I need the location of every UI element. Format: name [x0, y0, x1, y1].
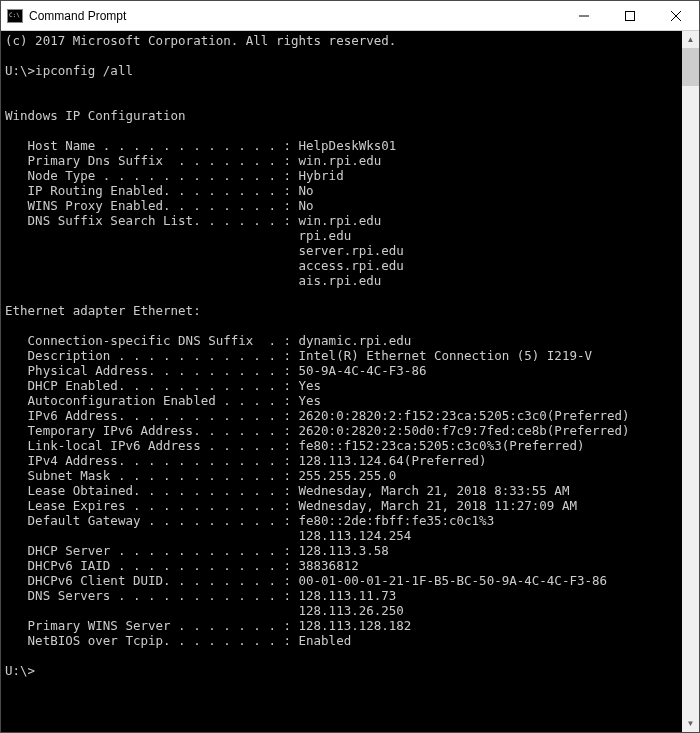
dns-search-value-2: server.rpi.edu: [299, 243, 404, 258]
minimize-icon: [579, 11, 589, 21]
section-header-ipconfig: Windows IP Configuration: [5, 108, 186, 123]
ipv4-address-label: IPv4 Address. . . . . . . . . . . :: [5, 453, 299, 468]
default-gateway-label: Default Gateway . . . . . . . . . :: [5, 513, 299, 528]
scroll-up-button[interactable]: ▲: [682, 31, 699, 48]
dns-servers-label: DNS Servers . . . . . . . . . . . :: [5, 588, 299, 603]
ipv4-address-value: 128.113.124.64(Preferred): [299, 453, 487, 468]
node-type-label: Node Type . . . . . . . . . . . . :: [5, 168, 299, 183]
netbios-label: NetBIOS over Tcpip. . . . . . . . :: [5, 633, 299, 648]
chevron-down-icon: ▼: [687, 719, 695, 728]
default-gateway-value-0: fe80::2de:fbff:fe35:c0c1%3: [299, 513, 495, 528]
scrollbar-thumb[interactable]: [682, 48, 699, 86]
host-name-label: Host Name . . . . . . . . . . . . :: [5, 138, 299, 153]
window-controls: [561, 1, 699, 30]
title-left: Command Prompt: [7, 9, 126, 23]
dns-search-value-3: access.rpi.edu: [299, 258, 404, 273]
close-icon: [671, 11, 681, 21]
primary-wins-label: Primary WINS Server . . . . . . . :: [5, 618, 299, 633]
dhcpv6-duid-value: 00-01-00-01-21-1F-B5-BC-50-9A-4C-4C-F3-8…: [299, 573, 608, 588]
description-value: Intel(R) Ethernet Connection (5) I219-V: [299, 348, 593, 363]
window-title: Command Prompt: [29, 9, 126, 23]
prompt: U:\>: [5, 663, 35, 678]
dns-servers-value-0: 128.113.11.73: [299, 588, 397, 603]
lease-expires-label: Lease Expires . . . . . . . . . . :: [5, 498, 299, 513]
lease-obtained-value: Wednesday, March 21, 2018 8:33:55 AM: [299, 483, 570, 498]
physical-address-value: 50-9A-4C-4C-F3-86: [299, 363, 427, 378]
maximize-icon: [625, 11, 635, 21]
ip-routing-label: IP Routing Enabled. . . . . . . . :: [5, 183, 299, 198]
primary-dns-suffix-label: Primary Dns Suffix . . . . . . . :: [5, 153, 299, 168]
dhcp-enabled-value: Yes: [299, 378, 322, 393]
lease-expires-value: Wednesday, March 21, 2018 11:27:09 AM: [299, 498, 577, 513]
primary-dns-suffix-value: win.rpi.edu: [299, 153, 382, 168]
temp-ipv6-label: Temporary IPv6 Address. . . . . . :: [5, 423, 299, 438]
chevron-up-icon: ▲: [687, 35, 695, 44]
vertical-scrollbar[interactable]: ▲ ▼: [682, 31, 699, 732]
ipv6-address-value: 2620:0:2820:2:f152:23ca:5205:c3c0(Prefer…: [299, 408, 630, 423]
dhcp-server-value: 128.113.3.58: [299, 543, 389, 558]
autoconfig-value: Yes: [299, 393, 322, 408]
netbios-value: Enabled: [299, 633, 352, 648]
dns-search-value-4: ais.rpi.edu: [299, 273, 382, 288]
dns-servers-value-1: 128.113.26.250: [299, 603, 404, 618]
link-local-ipv6-label: Link-local IPv6 Address . . . . . :: [5, 438, 299, 453]
dns-search-value-1: rpi.edu: [299, 228, 352, 243]
subnet-mask-label: Subnet Mask . . . . . . . . . . . :: [5, 468, 299, 483]
minimize-button[interactable]: [561, 1, 607, 30]
wins-proxy-value: No: [299, 198, 314, 213]
conn-dns-value: dynamic.rpi.edu: [299, 333, 412, 348]
close-button[interactable]: [653, 1, 699, 30]
node-type-value: Hybrid: [299, 168, 344, 183]
scrollbar-track[interactable]: [682, 48, 699, 715]
dns-search-value-0: win.rpi.edu: [299, 213, 382, 228]
dns-search-label: DNS Suffix Search List. . . . . . :: [5, 213, 299, 228]
autoconfig-label: Autoconfiguration Enabled . . . . :: [5, 393, 299, 408]
section-header-ethernet: Ethernet adapter Ethernet:: [5, 303, 201, 318]
terminal-output[interactable]: (c) 2017 Microsoft Corporation. All righ…: [1, 31, 682, 732]
copyright-line: (c) 2017 Microsoft Corporation. All righ…: [5, 33, 396, 48]
ipv6-address-label: IPv6 Address. . . . . . . . . . . :: [5, 408, 299, 423]
ip-routing-value: No: [299, 183, 314, 198]
client-area: (c) 2017 Microsoft Corporation. All righ…: [1, 31, 699, 732]
title-bar[interactable]: Command Prompt: [1, 1, 699, 31]
subnet-mask-value: 255.255.255.0: [299, 468, 397, 483]
description-label: Description . . . . . . . . . . . :: [5, 348, 299, 363]
conn-dns-label: Connection-specific DNS Suffix . :: [5, 333, 299, 348]
cmd-icon: [7, 9, 23, 23]
dhcpv6-iaid-value: 38836812: [299, 558, 359, 573]
default-gateway-value-1: 128.113.124.254: [299, 528, 412, 543]
dhcp-enabled-label: DHCP Enabled. . . . . . . . . . . :: [5, 378, 299, 393]
host-name-value: HelpDeskWks01: [299, 138, 397, 153]
dhcpv6-duid-label: DHCPv6 Client DUID. . . . . . . . :: [5, 573, 299, 588]
wins-proxy-label: WINS Proxy Enabled. . . . . . . . :: [5, 198, 299, 213]
scroll-down-button[interactable]: ▼: [682, 715, 699, 732]
link-local-ipv6-value: fe80::f152:23ca:5205:c3c0%3(Preferred): [299, 438, 585, 453]
maximize-button[interactable]: [607, 1, 653, 30]
command-prompt-window: Command Prompt (c) 2017 Microsoft Corpor…: [0, 0, 700, 733]
dhcp-server-label: DHCP Server . . . . . . . . . . . :: [5, 543, 299, 558]
temp-ipv6-value: 2620:0:2820:2:50d0:f7c9:7fed:ce8b(Prefer…: [299, 423, 630, 438]
lease-obtained-label: Lease Obtained. . . . . . . . . . :: [5, 483, 299, 498]
svg-rect-1: [626, 11, 635, 20]
physical-address-label: Physical Address. . . . . . . . . :: [5, 363, 299, 378]
primary-wins-value: 128.113.128.182: [299, 618, 412, 633]
command-text: ipconfig /all: [35, 63, 133, 78]
prompt: U:\>: [5, 63, 35, 78]
dhcpv6-iaid-label: DHCPv6 IAID . . . . . . . . . . . :: [5, 558, 299, 573]
